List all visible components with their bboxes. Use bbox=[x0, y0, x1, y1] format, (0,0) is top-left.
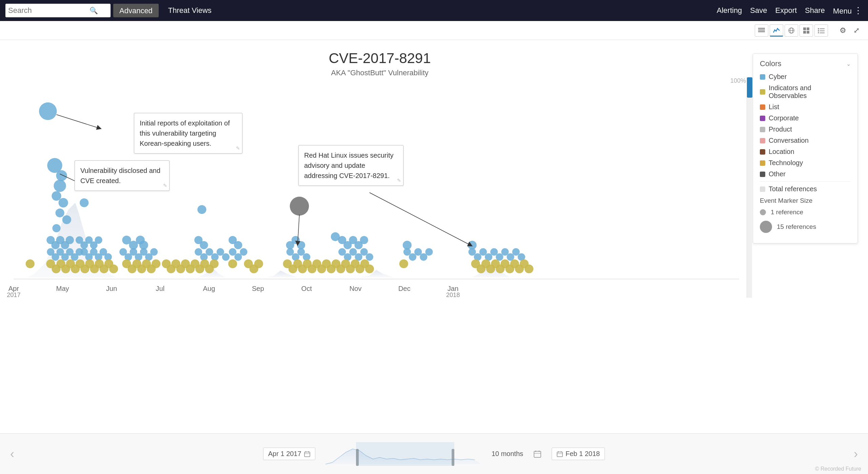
svg-rect-8 bbox=[803, 31, 806, 34]
svg-point-66 bbox=[205, 248, 213, 256]
svg-point-23 bbox=[55, 209, 64, 217]
mini-chart-svg bbox=[326, 442, 481, 466]
legend-title: Colors bbox=[760, 59, 782, 68]
annotation-redhat: Red Hat Linux issues security advisory a… bbox=[298, 145, 403, 186]
export-button[interactable]: Export bbox=[775, 6, 797, 15]
date-start-tag[interactable]: Apr 1 2017 bbox=[263, 448, 315, 460]
svg-point-94 bbox=[331, 232, 340, 241]
mini-chart bbox=[326, 442, 481, 466]
event-marker-1: 1 reference bbox=[760, 209, 851, 216]
legend-item-conversation: Conversation bbox=[760, 137, 851, 144]
svg-point-96 bbox=[403, 248, 411, 256]
location-label: Location bbox=[769, 148, 794, 156]
svg-point-87 bbox=[360, 236, 368, 244]
scrollbar-thumb[interactable] bbox=[747, 77, 752, 98]
svg-point-112 bbox=[26, 259, 35, 268]
legend-item-list: List bbox=[760, 103, 851, 111]
threat-views-link[interactable]: Threat Views bbox=[164, 3, 216, 18]
legend-item-technology: Technology bbox=[760, 159, 851, 167]
svg-point-74 bbox=[240, 248, 247, 256]
svg-point-60 bbox=[150, 248, 158, 256]
header-actions: Alerting Save Export Share Menu ⋮ bbox=[717, 5, 863, 16]
svg-point-69 bbox=[222, 253, 230, 261]
percent-scale: 100% bbox=[730, 77, 746, 84]
vertical-scrollbar[interactable] bbox=[747, 77, 752, 298]
svg-point-63 bbox=[200, 241, 208, 249]
svg-point-148 bbox=[254, 259, 263, 268]
svg-text:Nov: Nov bbox=[350, 285, 362, 292]
svg-rect-202 bbox=[356, 442, 454, 466]
svg-point-12 bbox=[818, 30, 819, 32]
svg-point-43 bbox=[95, 236, 102, 244]
svg-point-97 bbox=[409, 253, 416, 261]
legend-item-cyber: Cyber bbox=[760, 73, 851, 81]
svg-point-145 bbox=[228, 259, 237, 268]
svg-rect-2 bbox=[758, 31, 765, 32]
share-button[interactable]: Share bbox=[805, 6, 825, 15]
other-label: Other bbox=[769, 170, 786, 178]
svg-point-90 bbox=[349, 248, 357, 256]
svg-text:Dec: Dec bbox=[398, 285, 411, 292]
save-button[interactable]: Save bbox=[750, 6, 767, 15]
toolbar-list-icon[interactable] bbox=[814, 24, 828, 37]
svg-rect-9 bbox=[807, 31, 809, 34]
svg-rect-207 bbox=[557, 452, 563, 457]
svg-point-107 bbox=[496, 253, 503, 261]
main-content: CVE-2017-8291 AKA "GhostButt" Vulnerabil… bbox=[0, 40, 868, 474]
svg-point-93 bbox=[366, 253, 373, 261]
toolbar-globe-icon[interactable] bbox=[785, 24, 798, 37]
product-color-dot bbox=[760, 127, 765, 132]
svg-point-21 bbox=[52, 191, 61, 201]
svg-point-17 bbox=[39, 102, 57, 120]
marker-1-label: 1 reference bbox=[771, 209, 803, 216]
svg-text:2018: 2018 bbox=[446, 292, 460, 298]
svg-point-72 bbox=[229, 248, 236, 256]
svg-point-64 bbox=[195, 248, 202, 256]
list-label: List bbox=[769, 103, 779, 111]
svg-line-183 bbox=[370, 193, 471, 245]
svg-rect-203 bbox=[534, 451, 541, 457]
date-end-tag[interactable]: Feb 1 2018 bbox=[552, 448, 605, 460]
search-box[interactable]: 🔍 bbox=[5, 4, 111, 17]
svg-point-104 bbox=[479, 248, 487, 256]
toolbar-settings-icon[interactable]: ⚙ bbox=[837, 24, 849, 37]
annotation-disclosed: Vulnerability disclosed and CVE created.… bbox=[75, 160, 170, 191]
legend-collapse-button[interactable]: ⌄ bbox=[846, 61, 851, 67]
svg-rect-15 bbox=[820, 33, 825, 33]
nav-prev-button[interactable]: ‹ bbox=[10, 447, 14, 461]
svg-point-78 bbox=[297, 241, 305, 249]
svg-text:Jan: Jan bbox=[448, 285, 459, 292]
toolbar-grid-icon[interactable] bbox=[800, 24, 813, 37]
alerting-button[interactable]: Alerting bbox=[717, 6, 742, 15]
annotation-exploitation: Initial reports of exploitation of this … bbox=[134, 113, 242, 154]
svg-point-61 bbox=[197, 205, 206, 214]
svg-rect-1 bbox=[758, 29, 765, 31]
legend-item-product: Product bbox=[760, 125, 851, 133]
search-button[interactable]: 🔍 bbox=[90, 6, 98, 15]
svg-point-144 bbox=[210, 259, 219, 268]
technology-color-dot bbox=[760, 160, 765, 166]
svg-point-81 bbox=[297, 248, 305, 256]
svg-point-20 bbox=[54, 180, 66, 192]
svg-point-24 bbox=[62, 215, 71, 224]
legend-header: Colors ⌄ bbox=[760, 59, 851, 68]
search-input[interactable] bbox=[8, 6, 90, 15]
svg-rect-11 bbox=[820, 28, 825, 29]
svg-text:Sep: Sep bbox=[252, 285, 264, 292]
svg-point-108 bbox=[501, 248, 509, 256]
advanced-button[interactable]: Advanced bbox=[113, 4, 159, 17]
menu-button[interactable]: Menu ⋮ bbox=[833, 5, 863, 16]
toolbar-table-icon[interactable] bbox=[755, 24, 768, 37]
date-end-label: Feb 1 2018 bbox=[566, 450, 600, 458]
indicators-color-dot bbox=[760, 89, 765, 95]
toolbar-chart-icon[interactable] bbox=[770, 24, 783, 37]
chart-area: CVE-2017-8291 AKA "GhostButt" Vulnerabil… bbox=[0, 40, 868, 474]
toolbar-expand-icon[interactable]: ⤢ bbox=[850, 24, 863, 37]
conversation-color-dot bbox=[760, 138, 765, 143]
calendar-end-icon bbox=[557, 451, 563, 457]
svg-text:2017: 2017 bbox=[7, 292, 20, 298]
svg-point-167 bbox=[399, 259, 408, 268]
nav-next-button[interactable]: › bbox=[854, 447, 858, 461]
calendar-icon[interactable] bbox=[533, 450, 541, 458]
svg-point-106 bbox=[490, 248, 498, 256]
